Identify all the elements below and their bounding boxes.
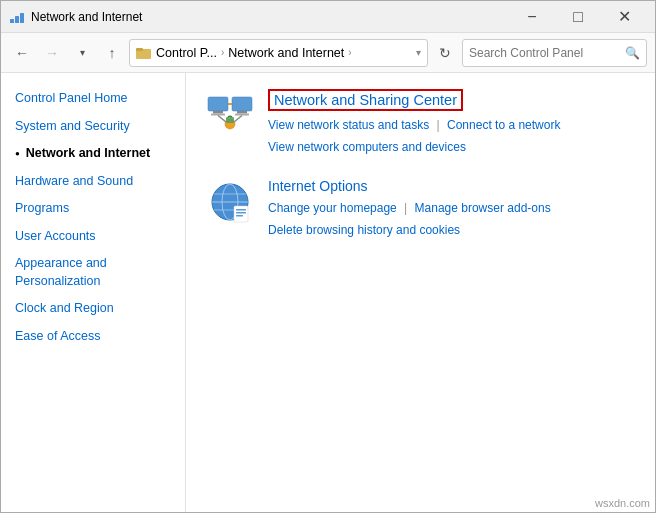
watermark: wsxdn.com: [595, 497, 650, 509]
path-segment-1[interactable]: Control P...: [156, 46, 217, 60]
link-browser-addons[interactable]: Manage browser add-ons: [415, 201, 551, 215]
link-connect-network[interactable]: Connect to a network: [447, 118, 560, 132]
network-sharing-title[interactable]: Network and Sharing Center: [268, 89, 463, 111]
sidebar-item-system-security[interactable]: System and Security: [1, 113, 185, 141]
network-sharing-item: Network and Sharing Center View network …: [206, 89, 635, 158]
forward-button[interactable]: →: [39, 40, 65, 66]
up-button[interactable]: ↑: [99, 40, 125, 66]
sidebar-item-control-panel-home[interactable]: Control Panel Home: [1, 85, 185, 113]
search-icon: 🔍: [625, 46, 640, 60]
content-area: Network and Sharing Center View network …: [186, 73, 655, 513]
search-input[interactable]: [469, 46, 625, 60]
title-bar: Network and Internet − □ ✕: [1, 1, 655, 33]
sidebar-item-clock-region[interactable]: Clock and Region: [1, 295, 185, 323]
sidebar-item-programs[interactable]: Programs: [1, 195, 185, 223]
main-layout: Control Panel Home System and Security N…: [1, 73, 655, 513]
svg-rect-10: [235, 114, 249, 116]
network-sharing-links: View network status and tasks | Connect …: [268, 115, 560, 158]
window-controls: − □ ✕: [509, 1, 647, 33]
svg-rect-23: [236, 212, 246, 214]
svg-line-13: [218, 116, 226, 123]
sidebar: Control Panel Home System and Security N…: [1, 73, 186, 513]
svg-rect-22: [236, 209, 246, 211]
svg-rect-1: [15, 16, 19, 23]
link-browsing-history[interactable]: Delete browsing history and cookies: [268, 223, 460, 237]
link-homepage[interactable]: Change your homepage: [268, 201, 397, 215]
address-path: Control P... › Network and Internet › ▾: [129, 39, 428, 67]
separator-1: |: [437, 118, 440, 132]
separator-2: |: [404, 201, 407, 215]
sidebar-item-network-internet[interactable]: Network and Internet: [1, 140, 185, 168]
svg-line-14: [234, 116, 242, 123]
svg-rect-2: [20, 13, 24, 23]
internet-options-icon: [206, 178, 254, 226]
svg-rect-7: [211, 114, 225, 116]
maximize-button[interactable]: □: [555, 1, 601, 33]
path-segment-2[interactable]: Network and Internet: [228, 46, 344, 60]
svg-rect-8: [232, 97, 252, 111]
svg-rect-9: [237, 111, 247, 114]
svg-rect-15: [226, 117, 234, 123]
svg-rect-5: [208, 97, 228, 111]
internet-options-item: Internet Options Change your homepage | …: [206, 178, 635, 241]
folder-icon: [136, 46, 152, 60]
path-arrow-2: ›: [348, 47, 351, 58]
internet-options-text: Internet Options Change your homepage | …: [268, 178, 551, 241]
internet-options-title[interactable]: Internet Options: [268, 178, 368, 194]
dropdown-button[interactable]: ▾: [69, 40, 95, 66]
internet-options-links: Change your homepage | Manage browser ad…: [268, 198, 551, 241]
sidebar-item-user-accounts[interactable]: User Accounts: [1, 223, 185, 251]
refresh-button[interactable]: ↻: [432, 40, 458, 66]
back-button[interactable]: ←: [9, 40, 35, 66]
link-view-computers[interactable]: View network computers and devices: [268, 140, 466, 154]
address-bar: ← → ▾ ↑ Control P... › Network and Inter…: [1, 33, 655, 73]
sidebar-item-hardware-sound[interactable]: Hardware and Sound: [1, 168, 185, 196]
sidebar-item-appearance[interactable]: Appearance and Personalization: [1, 250, 185, 295]
path-dropdown-btn[interactable]: ▾: [416, 47, 421, 58]
svg-rect-21: [234, 206, 248, 222]
minimize-button[interactable]: −: [509, 1, 555, 33]
close-button[interactable]: ✕: [601, 1, 647, 33]
network-sharing-icon: [206, 89, 254, 137]
title-bar-icon: [9, 9, 25, 25]
sidebar-item-ease-access[interactable]: Ease of Access: [1, 323, 185, 351]
network-sharing-text: Network and Sharing Center View network …: [268, 89, 560, 158]
svg-rect-24: [236, 215, 243, 217]
svg-rect-6: [213, 111, 223, 114]
svg-rect-4: [136, 48, 143, 51]
window-title: Network and Internet: [31, 10, 509, 24]
svg-rect-0: [10, 19, 14, 23]
path-arrow-1: ›: [221, 47, 224, 58]
search-box: 🔍: [462, 39, 647, 67]
link-view-status[interactable]: View network status and tasks: [268, 118, 429, 132]
